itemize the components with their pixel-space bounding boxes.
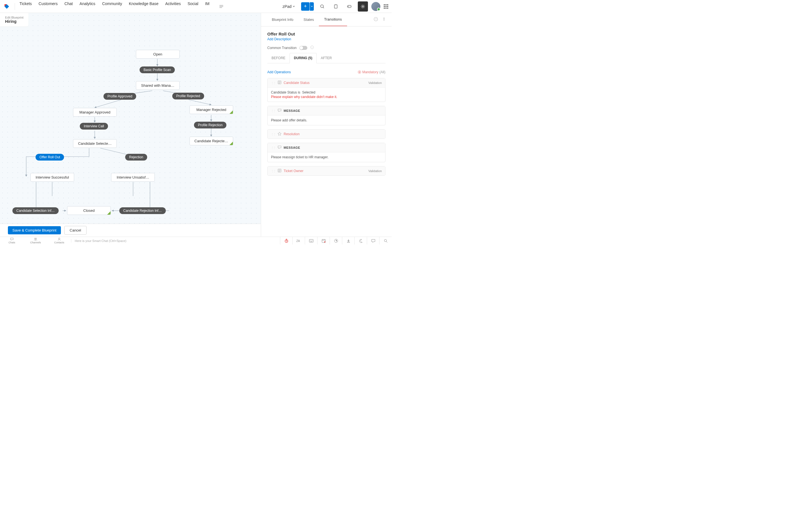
- node-basic-profile-scan[interactable]: Basic Profile Scan: [140, 66, 175, 73]
- drag-handle-icon[interactable]: ⋮⋮: [271, 170, 275, 173]
- nav-community[interactable]: Community: [102, 1, 122, 11]
- phase-before[interactable]: BEFORE: [267, 53, 290, 63]
- add-button[interactable]: +: [301, 2, 310, 11]
- node-profile-approved[interactable]: Profile Approved: [103, 93, 136, 100]
- nav-more-icon[interactable]: [216, 1, 226, 11]
- svg-point-29: [35, 238, 36, 239]
- svg-point-36: [324, 241, 325, 242]
- nav-knowledge-base[interactable]: Knowledge Base: [129, 1, 158, 11]
- nav-analytics[interactable]: Analytics: [80, 1, 95, 11]
- add-button-dropdown[interactable]: [310, 2, 314, 11]
- chat-bubble-icon[interactable]: [367, 237, 379, 245]
- phase-after[interactable]: AFTER: [317, 53, 336, 63]
- help-icon[interactable]: ?: [373, 17, 378, 22]
- tab-transitions[interactable]: Transitions: [319, 13, 347, 26]
- op-name-label: Resolution: [284, 132, 382, 136]
- phase-during[interactable]: DURING (5): [290, 53, 316, 63]
- tab-blueprint-info[interactable]: Blueprint Info: [267, 13, 299, 26]
- pin-icon[interactable]: [382, 17, 386, 22]
- form-icon: [278, 169, 282, 173]
- workspace-selector[interactable]: zPad: [280, 3, 298, 10]
- node-shared-with-manager[interactable]: Shared with Mana…: [136, 81, 180, 90]
- svg-rect-2: [335, 4, 336, 5]
- search-small-icon[interactable]: [379, 237, 392, 245]
- node-candidate-rejected[interactable]: Candidate Rejecte…: [190, 136, 233, 145]
- svg-text:?: ?: [375, 18, 376, 20]
- nav-chat[interactable]: Chat: [64, 1, 73, 11]
- svg-text:ZA: ZA: [296, 239, 300, 242]
- app-logo[interactable]: [3, 3, 10, 10]
- validation-tag: Validation: [368, 81, 382, 84]
- gear-icon[interactable]: [358, 1, 368, 11]
- nav-tickets[interactable]: Tickets: [19, 1, 32, 11]
- calendar-icon[interactable]: [317, 237, 329, 245]
- info-icon[interactable]: i: [310, 45, 314, 50]
- download-icon[interactable]: [342, 237, 354, 245]
- node-closed[interactable]: Closed: [67, 206, 111, 215]
- search-icon[interactable]: [317, 1, 327, 11]
- op-name-label: Ticket Owner: [284, 169, 366, 173]
- node-candidate-selected[interactable]: Candidate Selecte…: [73, 139, 117, 148]
- clock-icon[interactable]: [329, 237, 342, 245]
- op-name-label: Candidate Status: [284, 81, 366, 85]
- node-manager-rejected[interactable]: Manager Rejected: [190, 105, 233, 114]
- op-error-text: Please explain why candidate didn't make…: [271, 95, 382, 99]
- add-description-link[interactable]: Add Description: [267, 37, 291, 41]
- drag-handle-icon[interactable]: ⋮⋮: [271, 81, 275, 84]
- common-transition-toggle[interactable]: [299, 46, 307, 50]
- nav-customers[interactable]: Customers: [39, 1, 58, 11]
- nav-social[interactable]: Social: [188, 1, 198, 11]
- op-message-1[interactable]: ⋮⋮ MESSAGE Please add offer details.: [267, 106, 386, 125]
- node-profile-rejected[interactable]: Profile Rejected: [172, 93, 204, 100]
- node-interview-call[interactable]: Interview Call: [80, 123, 108, 129]
- form-icon: [278, 80, 282, 85]
- node-candidate-selection-info[interactable]: Candidate Selection Inf…: [12, 207, 59, 214]
- bb-chats[interactable]: Chats: [0, 237, 24, 244]
- op-message-2[interactable]: ⋮⋮ MESSAGE Please reassign ticket to HR …: [267, 143, 386, 162]
- node-profile-rejection[interactable]: Profile Rejection: [194, 122, 226, 128]
- svg-point-4: [350, 6, 350, 7]
- node-rejection[interactable]: Rejection: [125, 154, 147, 161]
- mandatory-indicator[interactable]: Mandatory (All): [358, 70, 386, 74]
- za-icon[interactable]: ZA: [292, 237, 305, 245]
- tab-states[interactable]: States: [299, 13, 319, 26]
- svg-line-10: [95, 100, 121, 108]
- op-candidate-status[interactable]: ⋮⋮ Candidate Status Validation Candidate…: [267, 78, 386, 102]
- moon-icon[interactable]: [354, 237, 367, 245]
- bb-contacts[interactable]: Contacts: [47, 237, 71, 244]
- smart-chat-input[interactable]: Here is your Smart Chat (Ctrl+Space): [71, 239, 280, 242]
- op-name-label: MESSAGE: [284, 109, 382, 112]
- op-body-text: Candidate Status is Selected: [271, 91, 315, 94]
- resolution-icon: [278, 132, 282, 136]
- clipboard-icon[interactable]: [331, 1, 341, 11]
- svg-point-0: [320, 5, 323, 8]
- page-title: Hiring: [5, 19, 23, 24]
- op-body-text: Please add offer details.: [267, 115, 385, 125]
- node-manager-approved[interactable]: Manager Approved: [73, 108, 117, 117]
- drag-handle-icon[interactable]: ⋮⋮: [271, 133, 275, 136]
- apps-icon[interactable]: [384, 4, 388, 9]
- timer-icon[interactable]: [280, 237, 292, 245]
- nav-im[interactable]: IM: [205, 1, 209, 11]
- drag-handle-icon[interactable]: ⋮⋮: [271, 146, 275, 149]
- op-resolution[interactable]: ⋮⋮ Resolution: [267, 129, 386, 139]
- gamepad-icon[interactable]: [344, 1, 354, 11]
- cancel-button[interactable]: Cancel: [64, 226, 86, 235]
- validation-tag: Validation: [368, 169, 382, 173]
- add-operations-link[interactable]: Add Operations: [267, 70, 291, 74]
- node-interview-successful[interactable]: Interview Successful: [31, 173, 74, 182]
- bb-channels[interactable]: Channels: [24, 237, 47, 244]
- node-interview-unsatisfactory[interactable]: Interview Unsatisf…: [111, 173, 155, 182]
- node-open[interactable]: Open: [136, 50, 180, 59]
- op-ticket-owner[interactable]: ⋮⋮ Ticket Owner Validation: [267, 166, 386, 176]
- node-candidate-rejection-info[interactable]: Candidate Rejection Inf…: [119, 207, 166, 214]
- svg-point-5: [362, 6, 364, 7]
- keyboard-icon[interactable]: [305, 237, 317, 245]
- drag-handle-icon[interactable]: ⋮⋮: [271, 109, 275, 112]
- avatar[interactable]: [371, 2, 380, 11]
- op-name-label: MESSAGE: [284, 146, 382, 149]
- breadcrumb: Edit Blueprint: [5, 16, 23, 19]
- save-blueprint-button[interactable]: Save & Complete Blueprint: [8, 226, 61, 234]
- nav-activities[interactable]: Activities: [165, 1, 181, 11]
- node-offer-roll-out[interactable]: Offer Roll Out: [36, 154, 64, 161]
